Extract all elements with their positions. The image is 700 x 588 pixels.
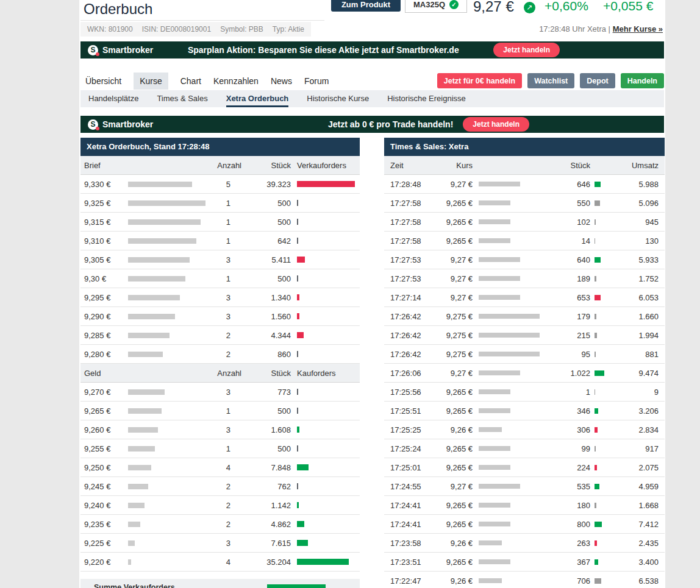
orderbook-row: 9,30 € 1 500 — [80, 269, 360, 288]
times-sales-row: 17:25:24 9,265 € 99 917 — [384, 439, 665, 458]
trade-volume: 6.538 — [616, 576, 665, 586]
order-size: 642 — [230, 236, 291, 246]
trade-volume-bar — [590, 314, 616, 319]
smartbroker-banner-second: S Smartbroker Jetzt ab 0 € pro Trade han… — [80, 116, 664, 133]
trade-price: 9,265 € — [439, 236, 473, 246]
action-button[interactable]: Handeln — [621, 73, 664, 88]
trade-price: 9,27 € — [439, 369, 473, 378]
order-size: 1.608 — [230, 425, 291, 434]
ask-orders-header: Verkauforders — [291, 161, 360, 170]
order-size: 500 — [230, 199, 291, 208]
trade-size: 646 — [546, 180, 590, 189]
nav-tab[interactable]: Kurse — [134, 73, 168, 90]
product-code-box[interactable]: MA325Q ✓ — [405, 0, 467, 13]
price-level-bar — [128, 559, 209, 565]
order-count: 3 — [209, 425, 230, 434]
price-level-bar — [128, 257, 209, 263]
order-count: 4 — [209, 463, 230, 472]
orderbook-row: 9,310 € 1 642 — [80, 232, 360, 250]
price-level-bar — [128, 408, 209, 414]
ts-time-header: Zeit — [384, 161, 439, 170]
order-count: 2 — [209, 501, 230, 510]
nav-tab[interactable]: Chart — [180, 73, 201, 90]
bid-rows: 9,270 € 3 773 9,265 € 1 500 9,260 € 3 1.… — [80, 383, 360, 572]
smartbroker-brand-text: Smartbroker — [102, 119, 153, 129]
order-count: 3 — [209, 388, 230, 397]
trade-price: 9,27 € — [439, 180, 473, 189]
trade-price: 9,27 € — [439, 293, 473, 302]
trade-price: 9,265 € — [439, 501, 473, 510]
meta-wkn: WKN: 801900 — [87, 25, 133, 34]
order-volume-bar — [291, 464, 360, 470]
smartbroker-logo-icon: S — [88, 119, 98, 130]
times-sales-row: 17:24:41 9,265 € 180 1.668 — [384, 496, 665, 515]
subnav-item[interactable]: Historische Ereignisse — [387, 90, 466, 107]
order-volume-bar — [291, 181, 360, 187]
trade-time: 17:26:42 — [384, 312, 439, 321]
orderbook-title: Xetra Orderbuch, Stand 17:28:48 — [80, 138, 360, 156]
level-price: 9,245 € — [80, 482, 128, 491]
bid-size-header: Stück — [241, 369, 291, 378]
trend-arrow-icon: ↗ — [524, 2, 535, 13]
ts-price-header: Kurs — [439, 161, 473, 170]
trade-time: 17:27:58 — [384, 199, 439, 208]
subnav-item[interactable]: Handelsplätze — [88, 90, 138, 107]
trade-time: 17:24:41 — [384, 520, 439, 529]
jetzt-handeln-button-top[interactable]: Jetzt handeln — [493, 43, 560, 57]
order-count: 2 — [209, 350, 230, 359]
times-sales-panel: Times & Sales: Xetra Zeit Kurs Stück Ums… — [384, 138, 665, 588]
action-button[interactable]: Watchlist — [527, 73, 574, 88]
trade-price: 9,27 € — [439, 274, 473, 283]
order-count: 3 — [209, 255, 230, 264]
jetzt-handeln-button-second[interactable]: Jetzt handeln — [463, 117, 529, 132]
trade-volume-bar — [590, 200, 616, 206]
times-sales-row: 17:25:51 9,265 € 346 3.206 — [384, 402, 665, 420]
trade-volume-bar — [590, 352, 616, 357]
price-level-bar — [128, 314, 209, 319]
orderbook-row: 9,225 € 3 7.615 — [80, 534, 360, 553]
orderbook-row: 9,330 € 5 39.323 — [80, 175, 360, 194]
smartbroker-logo: S Smartbroker — [88, 119, 153, 130]
times-sales-row: 17:25:56 9,265 € 1 9 — [384, 383, 665, 402]
nav-tab[interactable]: News — [271, 73, 292, 90]
order-size: 773 — [230, 388, 291, 397]
trade-volume: 5.988 — [616, 180, 665, 189]
trade-volume: 1.668 — [616, 501, 665, 510]
bid-count-header: Anzahl — [209, 369, 241, 378]
logo-dot — [96, 52, 99, 56]
trade-size: 640 — [546, 255, 590, 264]
subnav-item[interactable]: Historische Kurse — [307, 90, 369, 107]
mehr-kurse-link[interactable]: Mehr Kurse » — [613, 24, 663, 34]
action-button[interactable]: Jetzt für 0€ handeln — [437, 73, 522, 88]
times-sales-row: 17:27:58 9,265 € 102 945 — [384, 213, 665, 232]
orderbook-row: 9,270 € 3 773 — [80, 383, 360, 402]
action-button[interactable]: Depot — [580, 73, 615, 88]
nav-actions: Jetzt für 0€ handelnWatchlistDepotHandel… — [437, 73, 664, 88]
times-sales-row: 17:25:01 9,265 € 224 2.075 — [384, 458, 665, 477]
product-code-label: MA325Q — [413, 0, 445, 9]
trade-size: 14 — [546, 236, 590, 246]
level-price: 9,315 € — [80, 218, 128, 227]
trade-size: 653 — [546, 293, 590, 302]
quote-timestamp: 17:28:48 Uhr Xetra | Mehr Kurse » — [539, 24, 663, 34]
bid-header-row: Geld Anzahl Stück Kauforders — [80, 364, 360, 383]
level-price: 9,30 € — [80, 274, 128, 283]
trade-volume-bar — [590, 427, 616, 433]
subnav-item[interactable]: Times & Sales — [157, 90, 207, 107]
times-sales-row: 17:27:53 9,27 € 640 5.933 — [384, 250, 665, 269]
trade-volume-bar — [590, 503, 616, 508]
nav-tab[interactable]: Kennzahlen — [213, 73, 259, 90]
trade-volume: 881 — [616, 350, 665, 359]
smartbroker-banner-top: S Smartbroker Sparplan Aktion: Besparen … — [80, 41, 664, 58]
trade-time: 17:26:06 — [384, 369, 439, 378]
trade-volume: 945 — [616, 218, 665, 227]
trade-price-bar — [473, 389, 546, 394]
level-price: 9,240 € — [80, 501, 128, 510]
trade-time: 17:25:25 — [384, 425, 439, 434]
meta-symbol: Symbol: PBB — [220, 25, 263, 34]
nav-tab[interactable]: Forum — [304, 73, 329, 90]
nav-tab[interactable]: Übersicht — [85, 73, 121, 90]
trade-time: 17:28:48 — [384, 180, 439, 189]
subnav-item[interactable]: Xetra Orderbuch — [226, 90, 289, 107]
zum-produkt-button[interactable]: Zum Produkt — [331, 0, 401, 12]
